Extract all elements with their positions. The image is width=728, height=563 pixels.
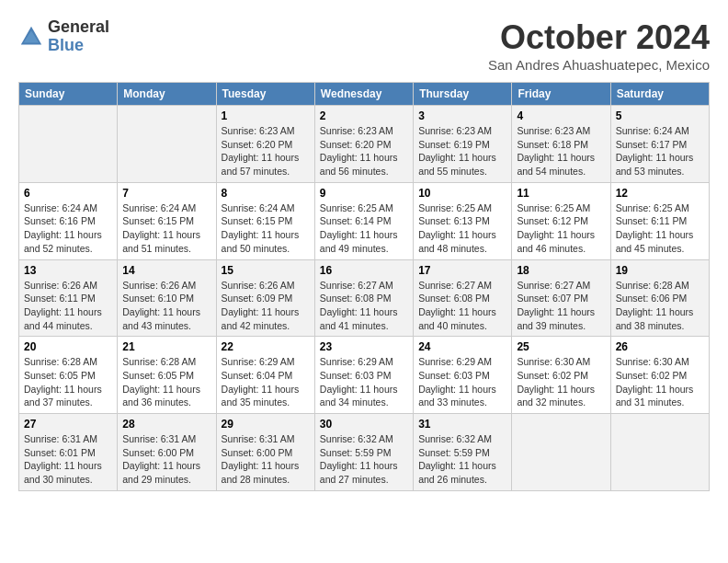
- day-info: Sunrise: 6:29 AMSunset: 6:03 PMDaylight:…: [418, 355, 506, 409]
- day-info: Sunrise: 6:26 AMSunset: 6:09 PMDaylight:…: [222, 279, 310, 333]
- week-row-5: 27Sunrise: 6:31 AMSunset: 6:01 PMDayligh…: [19, 414, 710, 491]
- day-number: 15: [222, 264, 310, 277]
- calendar-cell: 22Sunrise: 6:29 AMSunset: 6:04 PMDayligh…: [216, 337, 314, 414]
- week-row-2: 6Sunrise: 6:24 AMSunset: 6:16 PMDaylight…: [19, 182, 710, 259]
- calendar-cell: [19, 106, 118, 183]
- calendar-cell: 25Sunrise: 6:30 AMSunset: 6:02 PMDayligh…: [512, 337, 610, 414]
- day-info: Sunrise: 6:31 AMSunset: 6:00 PMDaylight:…: [122, 432, 210, 487]
- calendar-cell: 20Sunrise: 6:28 AMSunset: 6:05 PMDayligh…: [19, 337, 118, 414]
- calendar-cell: 10Sunrise: 6:25 AMSunset: 6:13 PMDayligh…: [414, 182, 512, 259]
- weekday-thursday: Thursday: [414, 83, 512, 106]
- day-number: 23: [320, 340, 408, 353]
- day-number: 18: [517, 264, 605, 277]
- header: General Blue October 2024 San Andres Ahu…: [18, 18, 710, 73]
- day-number: 26: [616, 340, 704, 353]
- calendar-cell: 1Sunrise: 6:23 AMSunset: 6:20 PMDaylight…: [216, 106, 314, 183]
- day-number: 4: [517, 109, 605, 122]
- day-number: 16: [320, 264, 408, 277]
- calendar-cell: 12Sunrise: 6:25 AMSunset: 6:11 PMDayligh…: [610, 182, 709, 259]
- weekday-saturday: Saturday: [610, 83, 709, 106]
- calendar-cell: 19Sunrise: 6:28 AMSunset: 6:06 PMDayligh…: [610, 259, 709, 337]
- day-number: 20: [24, 340, 112, 353]
- day-info: Sunrise: 6:23 AMSunset: 6:18 PMDaylight:…: [517, 124, 605, 178]
- day-info: Sunrise: 6:28 AMSunset: 6:05 PMDaylight:…: [122, 355, 210, 409]
- calendar-cell: 28Sunrise: 6:31 AMSunset: 6:00 PMDayligh…: [118, 414, 216, 491]
- calendar-cell: 31Sunrise: 6:32 AMSunset: 5:59 PMDayligh…: [414, 414, 512, 491]
- day-info: Sunrise: 6:24 AMSunset: 6:16 PMDaylight:…: [24, 201, 112, 256]
- day-number: 21: [122, 340, 210, 353]
- calendar-cell: 15Sunrise: 6:26 AMSunset: 6:09 PMDayligh…: [216, 259, 314, 337]
- day-number: 19: [616, 264, 704, 277]
- title-section: October 2024 San Andres Ahuashuatepec, M…: [488, 18, 710, 73]
- day-info: Sunrise: 6:31 AMSunset: 6:00 PMDaylight:…: [222, 432, 310, 487]
- week-row-3: 13Sunrise: 6:26 AMSunset: 6:11 PMDayligh…: [19, 259, 710, 337]
- day-number: 8: [222, 187, 310, 200]
- calendar-cell: 13Sunrise: 6:26 AMSunset: 6:11 PMDayligh…: [19, 259, 118, 337]
- weekday-tuesday: Tuesday: [216, 83, 314, 106]
- day-number: 29: [222, 418, 310, 431]
- day-number: 24: [418, 340, 506, 353]
- day-info: Sunrise: 6:32 AMSunset: 5:59 PMDaylight:…: [320, 432, 408, 487]
- day-info: Sunrise: 6:26 AMSunset: 6:10 PMDaylight:…: [122, 279, 210, 333]
- day-number: 6: [24, 187, 112, 200]
- day-info: Sunrise: 6:25 AMSunset: 6:11 PMDaylight:…: [616, 201, 704, 256]
- logo-text: General Blue: [48, 18, 109, 55]
- calendar-cell: 24Sunrise: 6:29 AMSunset: 6:03 PMDayligh…: [414, 337, 512, 414]
- calendar-body: 1Sunrise: 6:23 AMSunset: 6:20 PMDaylight…: [19, 106, 710, 491]
- calendar-table: SundayMondayTuesdayWednesdayThursdayFrid…: [18, 82, 710, 491]
- location-title: San Andres Ahuashuatepec, Mexico: [488, 57, 710, 73]
- day-number: 11: [517, 187, 605, 200]
- day-info: Sunrise: 6:23 AMSunset: 6:19 PMDaylight:…: [418, 124, 506, 178]
- calendar-cell: 29Sunrise: 6:31 AMSunset: 6:00 PMDayligh…: [216, 414, 314, 491]
- day-info: Sunrise: 6:29 AMSunset: 6:03 PMDaylight:…: [320, 355, 408, 409]
- month-title: October 2024: [488, 18, 710, 57]
- weekday-header-row: SundayMondayTuesdayWednesdayThursdayFrid…: [19, 83, 710, 106]
- calendar-cell: 26Sunrise: 6:30 AMSunset: 6:02 PMDayligh…: [610, 337, 709, 414]
- day-number: 1: [222, 109, 310, 122]
- calendar-cell: 7Sunrise: 6:24 AMSunset: 6:15 PMDaylight…: [118, 182, 216, 259]
- calendar-cell: 2Sunrise: 6:23 AMSunset: 6:20 PMDaylight…: [314, 106, 413, 183]
- day-number: 7: [122, 187, 210, 200]
- day-number: 13: [24, 264, 112, 277]
- calendar-cell: 5Sunrise: 6:24 AMSunset: 6:17 PMDaylight…: [610, 106, 709, 183]
- day-number: 31: [418, 418, 506, 431]
- day-number: 14: [122, 264, 210, 277]
- day-number: 3: [418, 109, 506, 122]
- logo: General Blue: [18, 18, 109, 55]
- calendar-cell: 11Sunrise: 6:25 AMSunset: 6:12 PMDayligh…: [512, 182, 610, 259]
- day-info: Sunrise: 6:27 AMSunset: 6:07 PMDaylight:…: [517, 279, 605, 333]
- calendar-cell: 27Sunrise: 6:31 AMSunset: 6:01 PMDayligh…: [19, 414, 118, 491]
- day-number: 17: [418, 264, 506, 277]
- calendar-cell: 3Sunrise: 6:23 AMSunset: 6:19 PMDaylight…: [414, 106, 512, 183]
- calendar-cell: [118, 106, 216, 183]
- day-number: 30: [320, 418, 408, 431]
- week-row-4: 20Sunrise: 6:28 AMSunset: 6:05 PMDayligh…: [19, 337, 710, 414]
- week-row-1: 1Sunrise: 6:23 AMSunset: 6:20 PMDaylight…: [19, 106, 710, 183]
- day-info: Sunrise: 6:28 AMSunset: 6:05 PMDaylight:…: [24, 355, 112, 409]
- day-number: 9: [320, 187, 408, 200]
- calendar-cell: 14Sunrise: 6:26 AMSunset: 6:10 PMDayligh…: [118, 259, 216, 337]
- day-info: Sunrise: 6:27 AMSunset: 6:08 PMDaylight:…: [418, 279, 506, 333]
- day-info: Sunrise: 6:23 AMSunset: 6:20 PMDaylight:…: [320, 124, 408, 178]
- weekday-sunday: Sunday: [19, 83, 118, 106]
- weekday-monday: Monday: [118, 83, 216, 106]
- day-info: Sunrise: 6:25 AMSunset: 6:14 PMDaylight:…: [320, 201, 408, 256]
- day-number: 5: [616, 109, 704, 122]
- calendar-cell: 30Sunrise: 6:32 AMSunset: 5:59 PMDayligh…: [314, 414, 413, 491]
- day-number: 28: [122, 418, 210, 431]
- day-number: 10: [418, 187, 506, 200]
- calendar-cell: 18Sunrise: 6:27 AMSunset: 6:07 PMDayligh…: [512, 259, 610, 337]
- day-info: Sunrise: 6:24 AMSunset: 6:17 PMDaylight:…: [616, 124, 704, 178]
- day-info: Sunrise: 6:24 AMSunset: 6:15 PMDaylight:…: [122, 201, 210, 256]
- day-info: Sunrise: 6:25 AMSunset: 6:12 PMDaylight:…: [517, 201, 605, 256]
- calendar-cell: [512, 414, 610, 491]
- calendar-cell: 4Sunrise: 6:23 AMSunset: 6:18 PMDaylight…: [512, 106, 610, 183]
- day-info: Sunrise: 6:25 AMSunset: 6:13 PMDaylight:…: [418, 201, 506, 256]
- logo-icon: [18, 24, 44, 50]
- weekday-friday: Friday: [512, 83, 610, 106]
- day-number: 27: [24, 418, 112, 431]
- calendar-cell: 6Sunrise: 6:24 AMSunset: 6:16 PMDaylight…: [19, 182, 118, 259]
- calendar-cell: 21Sunrise: 6:28 AMSunset: 6:05 PMDayligh…: [118, 337, 216, 414]
- day-number: 25: [517, 340, 605, 353]
- day-number: 2: [320, 109, 408, 122]
